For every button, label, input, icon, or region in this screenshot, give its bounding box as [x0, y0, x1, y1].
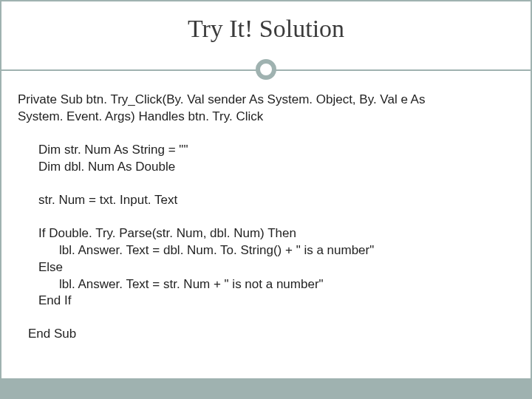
- code-line: str. Num = txt. Input. Text: [38, 192, 514, 209]
- slide-frame: Try It! Solution Private Sub btn. Try_Cl…: [0, 0, 532, 399]
- code-line: Private Sub btn. Try_Click(By. Val sende…: [18, 92, 514, 109]
- dim-block: Dim str. Num As String = "" Dim dbl. Num…: [18, 142, 514, 176]
- divider: [1, 56, 531, 83]
- code-line: Else: [38, 259, 514, 276]
- if-block: If Double. Try. Parse(str. Num, dbl. Num…: [18, 225, 514, 310]
- code-line: lbl. Answer. Text = dbl. Num. To. String…: [38, 242, 514, 259]
- code-line: Dim str. Num As String = "": [38, 142, 514, 159]
- code-line: End Sub: [28, 326, 514, 343]
- code-line: If Double. Try. Parse(str. Num, dbl. Num…: [38, 225, 514, 242]
- code-line: End If: [38, 293, 514, 310]
- slide-title: Try It! Solution: [1, 15, 531, 43]
- end-sub: End Sub: [18, 326, 514, 343]
- code-content: Private Sub btn. Try_Click(By. Val sende…: [1, 83, 531, 343]
- title-area: Try It! Solution: [1, 1, 531, 50]
- code-line: Dim dbl. Num As Double: [38, 159, 514, 176]
- code-line: lbl. Answer. Text = str. Num + " is not …: [38, 276, 514, 293]
- divider-circle-icon: [256, 59, 276, 80]
- code-line: System. Event. Args) Handles btn. Try. C…: [18, 109, 514, 126]
- sub-signature: Private Sub btn. Try_Click(By. Val sende…: [18, 92, 514, 126]
- assign-block: str. Num = txt. Input. Text: [18, 192, 514, 209]
- footer-bar: [1, 378, 531, 398]
